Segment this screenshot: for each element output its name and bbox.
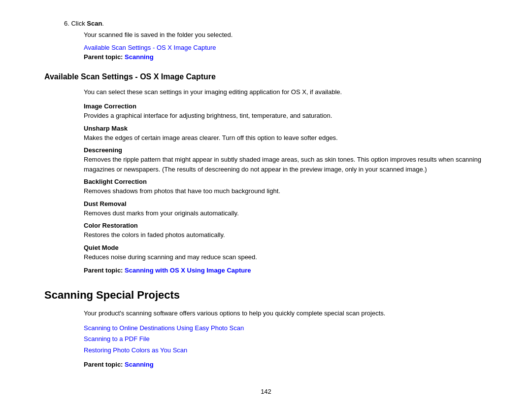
link-restoring-photo-colors[interactable]: Restoring Photo Colors as You Scan xyxy=(84,345,488,356)
term-dust-removal: Dust Removal Removes dust marks from you… xyxy=(84,200,488,218)
term-desc-descreening: Removes the ripple pattern that might ap… xyxy=(84,155,488,174)
page-number: 142 xyxy=(44,388,488,395)
term-desc-dust-removal: Removes dust marks from your originals a… xyxy=(84,208,488,218)
term-label-unsharp-mask: Unsharp Mask xyxy=(84,125,488,132)
parent-topic-1-label: Parent topic: xyxy=(84,53,123,61)
available-scan-settings-link[interactable]: Available Scan Settings - OS X Image Cap… xyxy=(84,44,216,51)
term-unsharp-mask: Unsharp Mask Makes the edges of certain … xyxy=(84,125,488,143)
content-area: 6. Click Scan. Your scanned file is save… xyxy=(44,20,488,395)
available-scan-settings-heading: Available Scan Settings - OS X Image Cap… xyxy=(44,72,488,81)
link-scanning-online-destinations[interactable]: Scanning to Online Destinations Using Ea… xyxy=(84,323,488,334)
term-desc-quiet-mode: Reduces noise during scanning and may re… xyxy=(84,252,488,262)
parent-topic-3-link[interactable]: Scanning xyxy=(125,361,154,368)
parent-topic-3-label: Parent topic: xyxy=(84,361,123,368)
special-projects-intro: Your product's scanning software offers … xyxy=(84,308,488,318)
step-period: . xyxy=(102,20,104,27)
step-6-detail: Your scanned file is saved in the folder… xyxy=(84,30,488,40)
step-text: Click xyxy=(71,20,87,27)
term-label-backlight-correction: Backlight Correction xyxy=(84,178,488,185)
parent-topic-1-link[interactable]: Scanning xyxy=(125,53,154,61)
link-scanning-pdf[interactable]: Scanning to a PDF File xyxy=(84,334,488,344)
term-backlight-correction: Backlight Correction Removes shadows fro… xyxy=(84,178,488,196)
scanning-special-projects-heading: Scanning Special Projects xyxy=(44,289,488,302)
term-label-color-restoration: Color Restoration xyxy=(84,222,488,229)
parent-topic-2-label: Parent topic: xyxy=(84,267,123,274)
step-bold: Scan xyxy=(87,20,102,27)
term-desc-unsharp-mask: Makes the edges of certain image areas c… xyxy=(84,133,488,143)
term-label-dust-removal: Dust Removal xyxy=(84,200,488,207)
special-projects-links: Scanning to Online Destinations Using Ea… xyxy=(84,323,488,356)
parent-topic-1: Parent topic: Scanning xyxy=(84,53,488,61)
parent-topic-3: Parent topic: Scanning xyxy=(84,361,488,368)
parent-topic-2-link[interactable]: Scanning with OS X Using Image Capture xyxy=(125,267,251,274)
term-label-image-correction: Image Correction xyxy=(84,103,488,110)
term-descreening: Descreening Removes the ripple pattern t… xyxy=(84,146,488,174)
term-desc-color-restoration: Restores the colors in faded photos auto… xyxy=(84,230,488,240)
term-color-restoration: Color Restoration Restores the colors in… xyxy=(84,222,488,240)
term-label-quiet-mode: Quiet Mode xyxy=(84,244,488,251)
term-image-correction: Image Correction Provides a graphical in… xyxy=(84,103,488,121)
step-6: 6. Click Scan. xyxy=(64,20,488,27)
term-label-descreening: Descreening xyxy=(84,146,488,154)
step-number: 6. xyxy=(64,20,69,27)
term-desc-backlight-correction: Removes shadows from photos that have to… xyxy=(84,186,488,196)
term-quiet-mode: Quiet Mode Reduces noise during scanning… xyxy=(84,244,488,262)
parent-topic-2: Parent topic: Scanning with OS X Using I… xyxy=(84,267,488,274)
term-desc-image-correction: Provides a graphical interface for adjus… xyxy=(84,111,488,121)
section-intro-text: You can select these scan settings in yo… xyxy=(84,87,488,97)
